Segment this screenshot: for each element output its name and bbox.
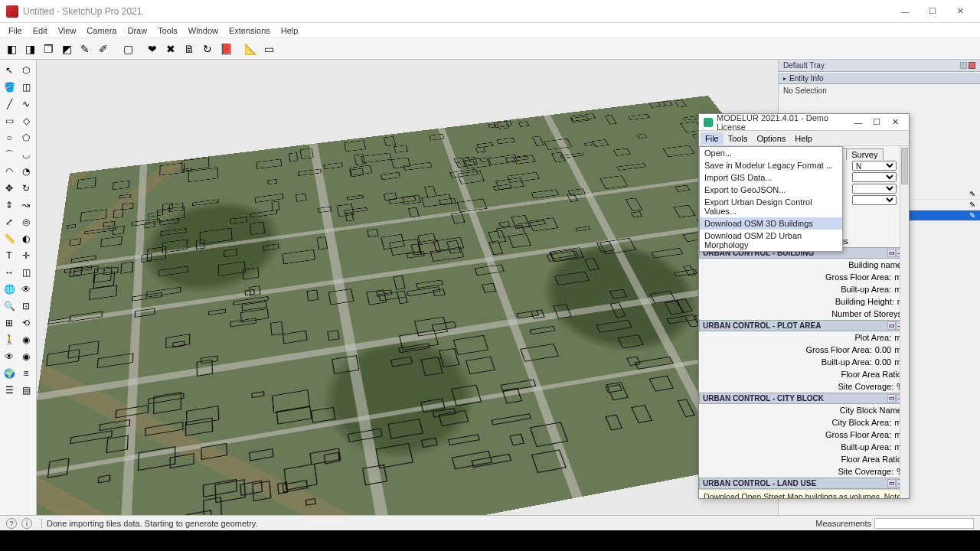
doc-icon[interactable]: 🗎	[181, 41, 198, 57]
window-maximize-button[interactable]: ☐	[919, 2, 946, 21]
ruler-icon[interactable]: 📐	[242, 41, 259, 57]
book-icon[interactable]: 📕	[217, 41, 234, 57]
menu-camera[interactable]: Camera	[81, 24, 122, 37]
menu-view[interactable]: View	[53, 24, 82, 37]
layers2-icon[interactable]: ☰	[2, 383, 17, 398]
section-button-icon[interactable]: ▭	[887, 249, 896, 257]
modelur-menu-tools[interactable]: Tools	[724, 132, 753, 145]
modelur-file-menu-item[interactable]: Download OSM 2D Urban Morphology	[700, 230, 842, 251]
zoom-icon[interactable]: 🔍	[2, 298, 17, 314]
status-help-icon[interactable]: ?	[6, 518, 17, 529]
position-icon[interactable]: ◉	[18, 332, 34, 347]
layers-icon[interactable]: ≡	[18, 366, 34, 381]
modelur-menu-help[interactable]: Help	[790, 132, 817, 145]
pushpull-icon[interactable]: ⇕	[2, 197, 17, 213]
modelur-file-menu-item[interactable]: Save in Modelur Legacy Format ...	[700, 159, 842, 171]
modelur-file-menu-item[interactable]: Export Urban Design Control Values...	[700, 196, 842, 217]
measurements-field[interactable]	[874, 518, 974, 529]
menu-extensions[interactable]: Extensions	[224, 24, 276, 37]
pie-icon[interactable]: ◔	[18, 164, 34, 179]
menu-draw[interactable]: Draw	[122, 24, 152, 37]
modelur-select[interactable]	[852, 184, 897, 194]
cube-icon[interactable]: ◧	[3, 41, 20, 57]
modelur-tab[interactable]: Survey	[846, 148, 883, 160]
modelur-file-menu-item[interactable]: Export to GeoJSON...	[700, 184, 842, 196]
eraser-icon[interactable]: ◫	[18, 80, 34, 95]
eye2-icon[interactable]: ◉	[18, 349, 34, 364]
look-icon[interactable]: 👁	[18, 282, 34, 297]
menu-edit[interactable]: Edit	[28, 24, 53, 37]
paint-icon[interactable]: 🪣	[2, 80, 17, 95]
axes-icon[interactable]: ✛	[18, 248, 34, 263]
panel-pink-icon[interactable]: ▢	[119, 41, 136, 57]
layers3-icon[interactable]: ▤	[18, 383, 34, 398]
orbit-icon[interactable]: 🌐	[2, 282, 17, 297]
section-icon[interactable]: ◫	[18, 265, 34, 280]
modelur-dialog[interactable]: MODELUR 2021.4.01 - Demo License — ☐ ✕ F…	[698, 113, 910, 499]
prev-icon[interactable]: ⟲	[18, 315, 34, 331]
x-red-icon[interactable]: ✖	[162, 41, 179, 57]
circle-icon[interactable]: ○	[2, 130, 17, 145]
scale-icon[interactable]: ⤢	[2, 214, 17, 230]
move-icon[interactable]: ✥	[2, 181, 17, 196]
modelur-section-header[interactable]: URBAN CONTROL - LAND USE▭—	[699, 478, 909, 489]
polygon-icon[interactable]: ⬠	[18, 130, 34, 145]
modelur-file-menu-item[interactable]: Import GIS Data...	[700, 171, 842, 184]
modelur-file-menu-item[interactable]: Download OSM 3D Buildings	[700, 217, 842, 230]
hex-icon[interactable]: ⬡	[18, 63, 34, 78]
walk-icon[interactable]: 🚶	[2, 332, 17, 347]
menu-window[interactable]: Window	[183, 24, 224, 37]
dim-icon[interactable]: ↔	[2, 265, 17, 280]
entity-info-header[interactable]: Entity Info	[779, 72, 980, 84]
modelur-file-menu-item[interactable]: Open...	[700, 147, 842, 159]
globe-icon[interactable]: 🌍	[2, 366, 17, 381]
modelur-section-header[interactable]: URBAN CONTROL - PLOT AREA▭—	[699, 320, 909, 331]
tape-icon[interactable]: 📏	[2, 231, 17, 246]
cube-layers-icon[interactable]: ❐	[40, 41, 57, 57]
protractor-icon[interactable]: ◐	[18, 231, 34, 246]
rect-icon[interactable]: ▭	[2, 113, 17, 129]
arc3-icon[interactable]: ◠	[2, 164, 17, 179]
window-minimize-button[interactable]: —	[891, 2, 919, 21]
modelur-minimize-button[interactable]: —	[849, 118, 867, 127]
box3d-icon[interactable]: ▭	[260, 41, 277, 57]
line-icon[interactable]: ╱	[2, 96, 17, 112]
pencil-edit-icon[interactable]: ✐	[95, 41, 112, 57]
modelur-select[interactable]	[852, 172, 897, 182]
zoom-window-icon[interactable]: ⊡	[18, 298, 34, 314]
section-button-icon[interactable]: ▭	[887, 479, 896, 487]
section-button-icon[interactable]: ▭	[887, 394, 896, 403]
eye-icon[interactable]: 👁	[2, 349, 17, 364]
section-button-icon[interactable]: ▭	[887, 321, 896, 330]
freehand-icon[interactable]: ∿	[18, 96, 34, 112]
followme-icon[interactable]: ↝	[18, 197, 34, 213]
menu-help[interactable]: Help	[276, 24, 304, 37]
modelur-select[interactable]	[852, 195, 897, 205]
rotate-icon[interactable]: ↻	[18, 181, 34, 196]
dropper-icon[interactable]: ✎	[77, 41, 93, 57]
arc-icon[interactable]: ⌒	[2, 147, 17, 162]
modelur-section-header[interactable]: URBAN CONTROL - CITY BLOCK▭—	[699, 393, 909, 404]
tray-header[interactable]: Default Tray	[779, 60, 980, 72]
heart-icon[interactable]: ❤	[144, 41, 161, 57]
modelur-maximize-button[interactable]: ☐	[867, 117, 886, 127]
modelur-menu-file[interactable]: File	[701, 132, 724, 145]
select-arrow-icon[interactable]: ↖	[2, 63, 17, 78]
rect-rot-icon[interactable]: ◇	[18, 113, 34, 129]
viewport-3d[interactable]	[37, 60, 778, 515]
modelur-menu-options[interactable]: Options	[752, 132, 790, 145]
arc2-icon[interactable]: ◡	[18, 147, 34, 162]
status-info-icon[interactable]: i	[21, 518, 32, 529]
offset-icon[interactable]: ◎	[18, 214, 34, 230]
menu-file[interactable]: File	[3, 24, 28, 37]
cube-yellow-icon[interactable]: ◨	[21, 41, 38, 57]
menu-tools[interactable]: Tools	[152, 24, 183, 37]
window-close-button[interactable]: ✕	[946, 2, 974, 21]
modelur-close-button[interactable]: ✕	[886, 117, 904, 127]
cube-green-icon[interactable]: ◩	[58, 41, 75, 57]
modelur-titlebar[interactable]: MODELUR 2021.4.01 - Demo License — ☐ ✕	[699, 114, 909, 131]
zoom-ext-icon[interactable]: ⊞	[2, 315, 17, 331]
refresh-icon[interactable]: ↻	[199, 41, 216, 57]
modelur-select[interactable]: N	[852, 161, 897, 171]
text-icon[interactable]: T	[2, 248, 17, 263]
